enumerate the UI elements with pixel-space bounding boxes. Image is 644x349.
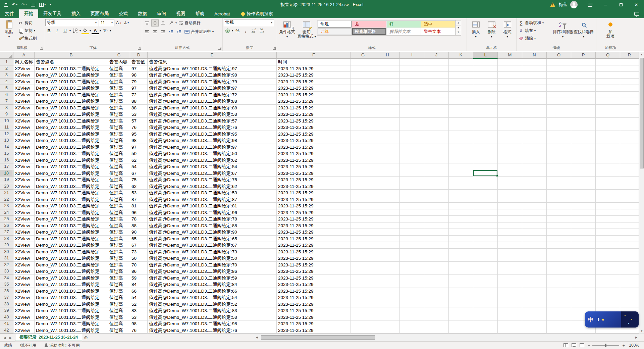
cell-J38[interactable] bbox=[424, 301, 449, 308]
cell-J9[interactable] bbox=[424, 111, 449, 118]
row-header-22[interactable]: 22 bbox=[0, 196, 13, 203]
cell-P12[interactable] bbox=[571, 131, 596, 138]
cell-I35[interactable] bbox=[400, 281, 424, 288]
cell-G6[interactable] bbox=[351, 92, 375, 98]
cell-L19[interactable] bbox=[473, 177, 498, 183]
cell-R22[interactable] bbox=[620, 196, 639, 203]
cell-E31[interactable]: 值过高@Demo_W7.1001.D3.二通阀给定:50 bbox=[148, 255, 277, 262]
cell-Q26[interactable] bbox=[596, 222, 620, 229]
cell-M37[interactable] bbox=[498, 294, 522, 301]
cell-H40[interactable] bbox=[375, 314, 400, 321]
cell-F13[interactable]: 2023-11-25 15:29 bbox=[277, 137, 351, 144]
cell-I12[interactable] bbox=[400, 131, 424, 138]
cell-R34[interactable] bbox=[620, 275, 639, 282]
horizontal-scroll-thumb[interactable] bbox=[261, 335, 375, 340]
cell-K9[interactable] bbox=[449, 111, 473, 118]
cell-G17[interactable] bbox=[351, 163, 375, 170]
cell-B38[interactable]: Demo_W7.1001.D3.二通阀给定 bbox=[35, 301, 108, 308]
cell-O27[interactable] bbox=[547, 229, 571, 236]
insert-cells-button[interactable]: 插入▾ bbox=[468, 19, 484, 45]
cell-D20[interactable]: 62 bbox=[130, 183, 148, 190]
cell-A28[interactable]: X2View bbox=[13, 236, 35, 242]
scroll-up-icon[interactable]: ▲ bbox=[639, 52, 644, 57]
cell-R19[interactable] bbox=[620, 177, 639, 183]
cell-M33[interactable] bbox=[498, 268, 522, 275]
row-header-5[interactable]: 5 bbox=[0, 85, 13, 92]
cell-H10[interactable] bbox=[375, 118, 400, 124]
cell-M16[interactable] bbox=[498, 157, 522, 164]
cell-E30[interactable]: 值过高@Demo_W7.1001.D3.二通阀给定:73 bbox=[148, 249, 277, 255]
cell-B22[interactable]: Demo_W7.1001.D3.二通阀给定 bbox=[35, 196, 108, 203]
cell-G10[interactable] bbox=[351, 118, 375, 124]
cell-P30[interactable] bbox=[571, 249, 596, 255]
cell-A40[interactable]: X2View bbox=[13, 314, 35, 321]
cell-I17[interactable] bbox=[400, 163, 424, 170]
cell-D4[interactable]: 79 bbox=[130, 79, 148, 85]
cell-R6[interactable] bbox=[620, 92, 639, 98]
cell-G14[interactable] bbox=[351, 144, 375, 151]
cell-J5[interactable] bbox=[424, 85, 449, 92]
column-header-R[interactable]: R bbox=[620, 52, 639, 59]
cell-Q8[interactable] bbox=[596, 105, 620, 111]
cell-B14[interactable]: Demo_W7.1001.D3.二通阀给定 bbox=[35, 144, 108, 151]
cell-E26[interactable]: 值过高@Demo_W7.1001.D3.二通阀给定:88 bbox=[148, 222, 277, 229]
fill-color-button[interactable] bbox=[82, 27, 89, 34]
cell-O8[interactable] bbox=[547, 105, 571, 111]
row-header-39[interactable]: 39 bbox=[0, 307, 13, 314]
cell-C14[interactable]: 值过高 bbox=[108, 144, 130, 151]
cell-O24[interactable] bbox=[547, 209, 571, 216]
cell-I36[interactable] bbox=[400, 288, 424, 295]
format-cells-button[interactable]: 格式▾ bbox=[499, 19, 515, 45]
cell-A10[interactable]: X2View bbox=[13, 118, 35, 124]
cell-F15[interactable]: 2023-11-25 15:29 bbox=[277, 150, 351, 157]
cell-O17[interactable] bbox=[547, 163, 571, 170]
fill-handle[interactable] bbox=[496, 175, 498, 177]
zoom-level[interactable]: 100% bbox=[629, 343, 639, 348]
cell-B21[interactable]: Demo_W7.1001.D3.二通阀给定 bbox=[35, 190, 108, 196]
cell-Q36[interactable] bbox=[596, 288, 620, 295]
cell-A6[interactable]: X2View bbox=[13, 92, 35, 98]
cell-I23[interactable] bbox=[400, 203, 424, 209]
delete-cells-button[interactable]: 删除▾ bbox=[484, 19, 499, 45]
cell-H38[interactable] bbox=[375, 301, 400, 308]
cell-C42[interactable]: 值过高 bbox=[108, 327, 130, 334]
cell-F3[interactable]: 2023-11-25 15:29 bbox=[277, 72, 351, 79]
cell-A17[interactable]: X2View bbox=[13, 163, 35, 170]
cell-F8[interactable]: 2023-11-25 15:29 bbox=[277, 105, 351, 111]
zoom-in-icon[interactable]: ＋ bbox=[622, 343, 626, 348]
cell-G38[interactable] bbox=[351, 301, 375, 308]
cell-D34[interactable]: 59 bbox=[130, 275, 148, 282]
cell-H34[interactable] bbox=[375, 275, 400, 282]
cell-K25[interactable] bbox=[449, 216, 473, 222]
cell-F6[interactable]: 2023-11-25 15:29 bbox=[277, 92, 351, 98]
cell-O42[interactable] bbox=[547, 327, 571, 334]
cut-button[interactable]: ✂剪切 bbox=[17, 19, 38, 27]
cell-J22[interactable] bbox=[424, 196, 449, 203]
cell-P26[interactable] bbox=[571, 222, 596, 229]
cell-E5[interactable]: 值过高@Demo_W7.1001.D3.二通阀给定:97 bbox=[148, 85, 277, 92]
cell-C2[interactable]: 值过高 bbox=[108, 65, 130, 72]
cell-M13[interactable] bbox=[498, 137, 522, 144]
cell-C8[interactable]: 值过高 bbox=[108, 105, 130, 111]
cell-P31[interactable] bbox=[571, 255, 596, 262]
row-header-11[interactable]: 11 bbox=[0, 124, 13, 131]
cell-F11[interactable]: 2023-11-25 15:29 bbox=[277, 124, 351, 131]
cell-B33[interactable]: Demo_W7.1001.D3.二通阀给定 bbox=[35, 268, 108, 275]
row-header-33[interactable]: 33 bbox=[0, 268, 13, 275]
save-button[interactable] bbox=[4, 3, 8, 7]
cell-O31[interactable] bbox=[547, 255, 571, 262]
cell-J19[interactable] bbox=[424, 177, 449, 183]
cell-O39[interactable] bbox=[547, 307, 571, 314]
cell-R8[interactable] bbox=[620, 105, 639, 111]
cell-O11[interactable] bbox=[547, 124, 571, 131]
cell-F4[interactable]: 2023-11-25 15:29 bbox=[277, 79, 351, 85]
row-header-4[interactable]: 4 bbox=[0, 79, 13, 85]
cell-J35[interactable] bbox=[424, 281, 449, 288]
cell-E39[interactable]: 值过高@Demo_W7.1001.D3.二通阀给定:83 bbox=[148, 307, 277, 314]
cell-E15[interactable]: 值过高@Demo_W7.1001.D3.二通阀给定:50 bbox=[148, 150, 277, 157]
cell-Q37[interactable] bbox=[596, 294, 620, 301]
cell-A5[interactable]: X2View bbox=[13, 85, 35, 92]
cell-H37[interactable] bbox=[375, 294, 400, 301]
cell-Q6[interactable] bbox=[596, 92, 620, 98]
cell-N39[interactable] bbox=[522, 307, 547, 314]
